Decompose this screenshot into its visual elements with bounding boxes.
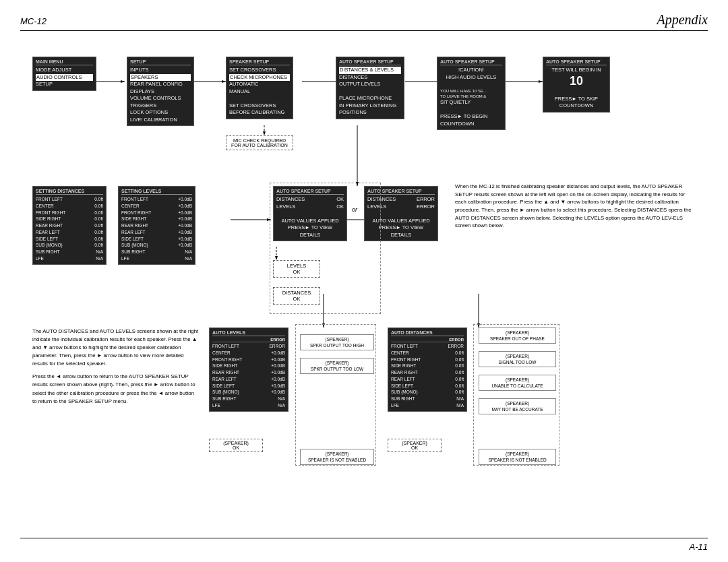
ass3-number: 10 (546, 74, 607, 89)
setup-item-live: LIVE! CALIBRATION (130, 117, 191, 124)
diagram-area: MAIN MENU MODE ADJUST AUDIO CONTROLS SET… (20, 38, 708, 503)
sl-row-rr: REAR RIGHT+0.0dB (121, 222, 192, 229)
sd-title: SETTING DISTANCES (36, 189, 103, 195)
sd-row-rl: REAR LEFT0.0ft (36, 229, 103, 236)
setup-title: SETUP (130, 59, 191, 65)
ss-item-set-crossovers2: SET CROSSOVERS (229, 102, 290, 110)
ad-col-header: ERROR (391, 338, 464, 342)
sl-row-c: CENTER+0.0dB (121, 203, 192, 210)
sl-row-fl: FRONT LEFT+0.0dB (121, 196, 192, 203)
ass1-dist-levels: DISTANCES & LEVELS (339, 67, 401, 74)
main-menu-item-mode: MODE ADJUST (36, 67, 93, 74)
al-row-subr: SUB RIGHTN/A (212, 396, 285, 402)
ass2-blank2 (440, 106, 502, 114)
ass2-countdown: COUNTDOWN (440, 121, 502, 128)
al-row-sr: SIDE RIGHT+0.0dB (212, 363, 285, 369)
sl-title: SETTING LEVELS (121, 189, 192, 195)
prose-middle: When the MC-12 is finished calibrating s… (455, 183, 698, 230)
header-left: MC-12 (20, 16, 47, 26)
al-row-fr: FRONT RIGHT+0.0dB (212, 356, 285, 363)
ad-row-lfe: LFEN/A (391, 402, 464, 409)
ad-row-c: CENTER0.0ft (391, 350, 464, 356)
sd-row-sr: SIDE RIGHT0.0ft (36, 216, 103, 222)
ss-item-crossovers: SET CROSSOVERS (229, 67, 290, 74)
auto-speaker-setup-1: AUTO SPEAKER SETUP DISTANCES & LEVELS DI… (336, 57, 404, 119)
ad-row-sl: SIDE LEFT0.0ft (391, 383, 464, 389)
auto-speaker-setup-3: AUTO SPEAKER SETUP TEST WILL BEGIN IN 10… (543, 57, 610, 113)
sd-row-subr: SUB RIGHTN/A (36, 249, 103, 255)
main-menu-title: MAIN MENU (36, 59, 93, 65)
ad-row-subr: SUB RIGHTN/A (391, 396, 464, 402)
al-row-rl: REAR LEFT+0.0dB (212, 376, 285, 383)
sd-row-rr: REAR RIGHT0.0ft (36, 222, 103, 229)
sl-row-fr: FRONT RIGHT+0.0dB (121, 210, 192, 216)
al-row-c: CENTER+0.0dB (212, 350, 285, 356)
ad-row-rl: REAR LEFT0.0ft (391, 376, 464, 383)
ass2-title: AUTO SPEAKER SETUP (440, 59, 502, 65)
ass2-press: PRESS► TO BEGIN (440, 113, 502, 121)
prose-bottom: The AUTO DISTANCES and AUTO LEVELS scree… (32, 327, 200, 410)
setting-distances-box: SETTING DISTANCES FRONT LEFT0.0ft CENTER… (32, 186, 107, 265)
ass2-high-audio: HIGH AUDIO LEVELS (440, 74, 502, 82)
sd-row-sub: SUB (MONO)0.0ft (36, 242, 103, 249)
speaker-setup-box: SPEAKER SETUP SET CROSSOVERS CHECK MICRO… (226, 57, 293, 119)
al-row-rr: REAR RIGHT+0.0dB (212, 369, 285, 376)
sd-row-c: CENTER0.0ft (36, 203, 103, 210)
setup-item-inputs: INPUTS (130, 67, 191, 74)
ass1-output: OUTPUT LEVELS (339, 81, 401, 88)
sl-row-sub: SUB (MONO)+0.0dB (121, 242, 192, 249)
ass3-blank (546, 88, 607, 96)
ss-item-check-mic: CHECK MICROPHONES (229, 74, 290, 82)
setup-item-volume: VOLUME CONTROLS (130, 95, 191, 102)
sl-row-sr: SIDE RIGHT+0.0dB (121, 216, 192, 222)
sd-row-fl: FRONT LEFT0.0ft (36, 196, 103, 203)
al-row-lfe: LFEN/A (212, 402, 285, 409)
sl-row-sl: SIDE LEFT+0.0dB (121, 236, 192, 243)
setup-item-triggers: TRIGGERS (130, 102, 191, 110)
ss-item-before: BEFORE CALIBRATING (229, 109, 290, 117)
sl-row-lfe: LFEN/A (121, 255, 192, 262)
auto-levels-speaker-ok: (SPEAKER)OK (209, 439, 263, 452)
ass2-caution: !CAUTION! (440, 67, 502, 74)
ass2-sit: SIT QUIETLY (440, 99, 502, 106)
main-menu-item-audio: AUDIO CONTROLS (36, 74, 93, 82)
ss-item-manual: MANUAL (229, 88, 290, 96)
setup-box: SETUP INPUTS SPEAKERS REAR PANEL CONFIG … (127, 57, 194, 126)
sd-row-sl: SIDE LEFT0.0ft (36, 236, 103, 243)
ass1-distances: DISTANCES (339, 74, 401, 82)
al-row-fl: FRONT LEFTERROR (212, 343, 285, 350)
ass1-place: PLACE MICROPHONE (339, 95, 401, 102)
ass2-blank (440, 81, 502, 88)
setting-levels-box: SETTING LEVELS FRONT LEFT+0.0dB CENTER+0… (118, 186, 195, 265)
auto-speaker-setup-2: AUTO SPEAKER SETUP !CAUTION! HIGH AUDIO … (437, 57, 506, 130)
footer: A-11 (690, 542, 708, 552)
ad-row-fl: FRONT LEFTERROR (391, 343, 464, 350)
sl-row-rl: REAR LEFT+0.0dB (121, 229, 192, 236)
ad-row-sr: SIDE RIGHT0.0ft (391, 363, 464, 369)
al-col-error: ERROR (270, 338, 285, 342)
speaker-setup-title: SPEAKER SETUP (229, 59, 290, 65)
setup-item-displays: DISPLAYS (130, 88, 191, 96)
main-menu-item-setup: SETUP (36, 81, 93, 88)
al-title: AUTO LEVELS (212, 330, 285, 336)
al-col-header: ERROR (212, 338, 285, 342)
dashed-middle-ok (270, 183, 381, 314)
ass3-press-skip: PRESS► TO SKIP (546, 96, 607, 103)
setup-item-lock: LOCK OPTIONS (130, 109, 191, 117)
auto-distances-speaker-ok: (SPEAKER)OK (388, 439, 442, 452)
setup-item-rear: REAR PANEL CONFIG (130, 81, 191, 88)
footer-line (20, 538, 708, 538)
ass1-primary: IN PRIMARY LISTENING (339, 102, 401, 110)
ass1-positions: POSITIONS (339, 109, 401, 117)
auto-distances-box: AUTO DISTANCES ERROR FRONT LEFTERROR CEN… (388, 327, 467, 412)
ass3-title: AUTO SPEAKER SETUP (546, 59, 607, 65)
sd-row-fr: FRONT RIGHT0.0ft (36, 210, 103, 216)
setup-item-speakers: SPEAKERS (130, 74, 191, 82)
header-right: Appendix (657, 12, 708, 28)
mic-check-note: MIC CHECK REQUIRED FOR AUTO CALIBRATION (226, 135, 293, 150)
ad-title: AUTO DISTANCES (391, 330, 464, 336)
ss-item-blank (229, 95, 290, 102)
dashed-levels-errors (295, 324, 376, 466)
ass1-title: AUTO SPEAKER SETUP (339, 59, 401, 65)
ass3-begin: TEST WILL BEGIN IN (546, 67, 607, 74)
